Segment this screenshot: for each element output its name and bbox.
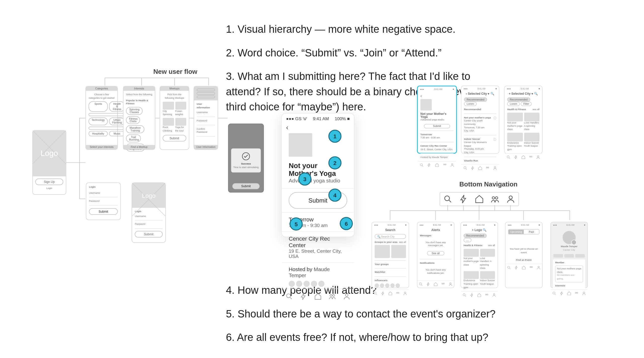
svg-point-29 [420,283,422,285]
card[interactable]: Indoor Soccer Youth league [480,279,495,286]
home-icon[interactable] [314,292,322,300]
password-field[interactable]: Password [135,223,163,226]
member-title: Member [555,261,583,265]
see-all-link[interactable]: see all [399,241,406,244]
submit-button[interactable]: Submit [163,135,186,142]
chip[interactable]: Filter [521,102,532,106]
submit-button[interactable]: Submit [424,124,450,128]
username-field[interactable]: Username [89,191,118,195]
card[interactable]: Endurance Training open gym [464,279,479,289]
meetup-item[interactable]: City Spinning [163,110,174,117]
username-field[interactable]: Username [197,111,215,114]
group-icon[interactable] [328,292,336,300]
search-icon[interactable] [443,194,453,204]
userinfo-title: User Information [197,103,215,109]
bolt-icon[interactable] [459,194,468,204]
edit-avatar-icon[interactable] [571,240,577,245]
interest-item[interactable]: Marathon Training [126,125,144,133]
cta[interactable]: Find a Meetup [131,146,147,148]
title: Logo [474,228,482,231]
cat-item[interactable]: Sports [89,102,108,112]
svg-point-18 [529,156,531,157]
critique-6: 6. Are all events free? If not, where/ho… [226,330,488,345]
chip[interactable]: Recommended [464,234,486,238]
interests-title: Interests [555,284,583,287]
flow-connector [79,118,85,118]
signup-button[interactable]: Sign Up [35,179,63,185]
home-icon[interactable] [474,194,484,204]
back-icon[interactable]: ‹ [282,123,354,131]
see-all-link[interactable]: see all [533,108,540,111]
chip[interactable]: Recommended [507,97,530,102]
svg-point-19 [531,156,532,157]
cat-item[interactable]: Health & Fitness [109,102,125,112]
rec-item-title[interactable]: Indoor Soccer [464,138,492,141]
svg-point-40 [538,266,539,268]
interest-item[interactable]: Fitness Clubs [126,116,140,124]
chip[interactable]: Lorem [507,102,520,106]
cat-item[interactable]: Music [109,131,125,137]
annot-badge-2: 2 [328,156,342,169]
title: Search [372,227,409,232]
cat-item[interactable]: Technology [89,118,108,125]
cta[interactable]: Select your interests [90,146,113,148]
bolt-icon[interactable] [299,292,307,300]
interests-group: Popular in Health & Fitness [126,99,152,106]
city-header[interactable]: Selected City ▾ [468,92,490,95]
cat-title: Health & Fitness [464,244,482,247]
sm-events: ●●●9:41 AM■ Upcoming Past You have yet t… [505,222,543,288]
card[interactable]: Love Handles: A spinning class [480,256,495,270]
card[interactable]: Not your mother's yoga class [464,256,479,267]
find-event-link[interactable]: Find an Event [508,259,540,262]
svg-point-5 [286,294,290,298]
flow-connector [105,78,208,78]
confirm-password-field[interactable]: Confirm Password [197,127,215,134]
logo-text: Logo [41,149,58,158]
rec-item-title[interactable]: Not your mother's yoga [464,116,492,119]
tab-upcoming[interactable]: Upcoming [509,230,524,234]
submit-button[interactable]: Submit [135,231,163,238]
interest-item[interactable]: Spinning Classes [126,107,143,115]
card[interactable]: Love Handles: A spinning class [524,121,540,131]
sm-search: ●●●9:41 AM■ Search 🔍 Search City Groups … [371,222,409,288]
profile-icon[interactable] [343,292,351,300]
annot-badge-3: 3 [298,173,311,186]
search-icon[interactable] [285,292,293,300]
sm-profile: ●●●9:41 AM■ Maude Temper Center City Mem… [550,222,588,288]
chip[interactable]: Lorem [464,102,477,106]
svg-point-14 [486,167,487,168]
flow-connector [208,78,209,85]
meetups-title: Meetups [169,87,179,90]
cat-item[interactable]: Hospitality [89,131,108,137]
empty-msg: You have yet to choose an event [508,248,540,254]
interest-item[interactable]: Trail Running [126,135,141,142]
see-all-button[interactable]: See all [427,251,445,255]
svg-line-1 [33,131,66,164]
chip[interactable]: Recommended [464,97,487,102]
svg-point-6 [330,295,332,297]
card[interactable]: Endurance Training open gym [507,141,523,151]
profile-icon[interactable] [506,194,515,204]
see-all-link[interactable]: see all [488,244,495,247]
cat-item[interactable]: Urban Farming [109,118,125,125]
card[interactable]: Indoor Soccer Youth league [524,141,540,148]
meetup-item[interactable]: Rock Climbing [163,126,174,133]
member-group[interactable]: Not your mothers yoga class. [557,267,581,274]
tab-past[interactable]: Past [524,230,539,234]
search-input[interactable]: 🔍 Search City [375,234,406,239]
meetup-item[interactable]: Yoga for the soul [175,126,186,133]
submit-button[interactable]: Submit [89,208,118,215]
password-field[interactable]: Password [89,200,118,203]
login-link[interactable]: Login [35,187,63,190]
svg-point-31 [443,283,444,284]
password-field[interactable]: Password [197,119,215,122]
flow-connector [189,118,194,118]
city-header[interactable]: Selected City ▾ [511,92,533,95]
submit-button[interactable]: Submit [232,183,260,189]
rec-item-title[interactable]: Shaolin Run [464,159,496,162]
card[interactable]: Not your mother's yoga class [507,121,523,131]
meetup-item[interactable]: Power-weights [175,110,186,117]
cta[interactable]: User Information [196,146,215,148]
group-icon[interactable] [490,194,500,204]
status-time: 9:41 AM [313,116,329,121]
